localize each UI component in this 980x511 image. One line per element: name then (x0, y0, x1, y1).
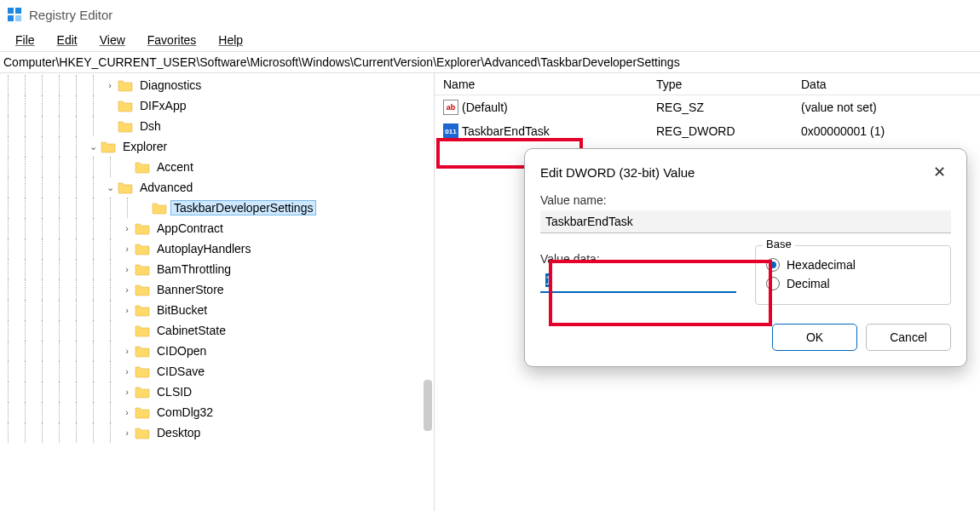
folder-icon (135, 385, 150, 399)
value-type: REG_DWORD (656, 124, 801, 138)
chevron-right-icon[interactable]: › (119, 407, 135, 417)
folder-icon (135, 283, 150, 296)
tree-item[interactable]: ⌄Advanced (0, 177, 434, 198)
col-header-name[interactable]: Name (435, 78, 656, 91)
app-icon (7, 7, 22, 22)
chevron-right-icon[interactable]: › (119, 346, 135, 356)
col-header-data[interactable]: Data (801, 78, 980, 91)
folder-icon (101, 140, 116, 153)
tree-item-label: Diagnostics (136, 78, 205, 93)
tree-pane: ›DiagnosticsDIFxAppDsh⌄ExplorerAccent⌄Ad… (0, 73, 435, 511)
tree-item-label: CabinetState (153, 323, 229, 338)
menu-view[interactable]: View (89, 32, 135, 49)
tree-item[interactable]: ›AutoplayHandlers (0, 238, 434, 259)
tree-item[interactable]: Dsh (0, 116, 434, 136)
folder-icon (118, 99, 133, 112)
chevron-right-icon[interactable]: › (119, 223, 135, 233)
tree-item[interactable]: DIFxApp (0, 95, 434, 116)
tree-item[interactable]: CabinetState (0, 320, 434, 341)
folder-icon (135, 242, 150, 256)
svg-rect-0 (8, 8, 14, 14)
ok-button[interactable]: OK (772, 324, 857, 351)
list-header: Name Type Data (435, 73, 980, 95)
menu-help[interactable]: Help (208, 32, 253, 49)
tree-item-label: TaskbarDeveloperSettings (170, 200, 316, 215)
chevron-right-icon[interactable]: › (119, 366, 135, 376)
chevron-right-icon[interactable]: › (119, 284, 135, 295)
folder-icon (135, 344, 150, 358)
tree-item[interactable]: ›CLSID (0, 382, 434, 402)
col-header-type[interactable]: Type (656, 78, 801, 91)
tree-item-label: AutoplayHandlers (153, 241, 255, 256)
tree-item-label: Dsh (136, 118, 164, 134)
tree-item[interactable]: ›CIDSave (0, 361, 434, 382)
tree-item-label: BitBucket (153, 302, 210, 318)
folder-icon (135, 324, 150, 337)
chevron-down-icon[interactable]: ⌄ (102, 182, 118, 193)
tree-item-label: Desktop (153, 425, 204, 440)
tree-item[interactable]: ›AppContract (0, 218, 434, 238)
string-value-icon: ab (443, 100, 458, 115)
svg-rect-3 (15, 15, 21, 21)
tree-item-label: BannerStore (153, 282, 228, 297)
tree-item-label: CIDOpen (153, 343, 210, 359)
titlebar: Registry Editor (0, 0, 980, 29)
value-data-field[interactable] (540, 269, 736, 293)
tree-item[interactable]: ›BamThrottling (0, 259, 434, 279)
chevron-right-icon[interactable]: › (119, 387, 135, 397)
chevron-down-icon[interactable]: ⌄ (85, 141, 101, 152)
dword-value-icon: 011 (443, 123, 458, 139)
value-data-label: Value data: (540, 252, 736, 266)
tree-item-label: CLSID (153, 384, 195, 399)
tree-item-label: AppContract (153, 221, 227, 236)
value-name-label: Value name: (540, 193, 951, 207)
address-bar[interactable]: Computer\HKEY_CURRENT_USER\Software\Micr… (0, 51, 980, 73)
close-icon[interactable]: ✕ (928, 161, 951, 183)
folder-icon (152, 201, 167, 215)
folder-icon (135, 303, 150, 317)
folder-icon (118, 181, 133, 194)
menu-file[interactable]: File (5, 32, 45, 49)
tree-item[interactable]: ›Diagnostics (0, 75, 434, 95)
value-name: (Default) (462, 100, 508, 114)
tree-item-label: CIDSave (153, 364, 208, 379)
chevron-right-icon[interactable]: › (102, 80, 118, 90)
svg-rect-1 (15, 8, 21, 14)
list-pane: Name Type Data ab(Default)REG_SZ(value n… (435, 73, 980, 511)
base-fieldset: Base Hexadecimal Decimal (755, 245, 951, 305)
edit-dword-dialog: Edit DWORD (32-bit) Value ✕ Value name: … (524, 148, 967, 367)
tree-item[interactable]: Accent (0, 157, 434, 177)
value-name-field (540, 210, 951, 233)
tree-item-label: DIFxApp (136, 98, 189, 113)
tree-item[interactable]: ›CIDOpen (0, 341, 434, 361)
tree-item-label: Accent (153, 159, 197, 175)
tree-item[interactable]: ⌄Explorer (0, 136, 434, 157)
radio-hexadecimal[interactable]: Hexadecimal (766, 258, 940, 272)
tree-item[interactable]: TaskbarDeveloperSettings (0, 198, 434, 218)
menu-favorites[interactable]: Favorites (137, 32, 207, 49)
tree-item[interactable]: ›Desktop (0, 422, 434, 443)
tree-item-label: BamThrottling (153, 261, 234, 277)
tree-item[interactable]: ›BitBucket (0, 300, 434, 320)
folder-icon (135, 221, 150, 235)
menu-edit[interactable]: Edit (47, 32, 88, 49)
tree-item[interactable]: ›ComDlg32 (0, 402, 434, 422)
radio-icon (766, 258, 780, 272)
value-type: REG_SZ (656, 100, 801, 114)
tree-item-label: Explorer (119, 139, 170, 154)
svg-rect-2 (8, 15, 14, 21)
dialog-title: Edit DWORD (32-bit) Value (540, 165, 695, 180)
chevron-right-icon[interactable]: › (119, 244, 135, 254)
folder-icon (135, 426, 150, 439)
chevron-right-icon[interactable]: › (119, 305, 135, 315)
tree-item[interactable]: ›BannerStore (0, 279, 434, 300)
list-row[interactable]: ab(Default)REG_SZ(value not set) (435, 95, 980, 119)
radio-decimal[interactable]: Decimal (766, 277, 940, 290)
value-data: (value not set) (801, 100, 980, 114)
tree-item-label: Advanced (136, 180, 196, 195)
scrollbar-thumb[interactable] (424, 380, 432, 431)
list-row[interactable]: 011TaskbarEndTaskREG_DWORD0x00000001 (1) (435, 119, 980, 143)
chevron-right-icon[interactable]: › (119, 428, 135, 438)
chevron-right-icon[interactable]: › (119, 264, 135, 274)
cancel-button[interactable]: Cancel (866, 324, 951, 351)
